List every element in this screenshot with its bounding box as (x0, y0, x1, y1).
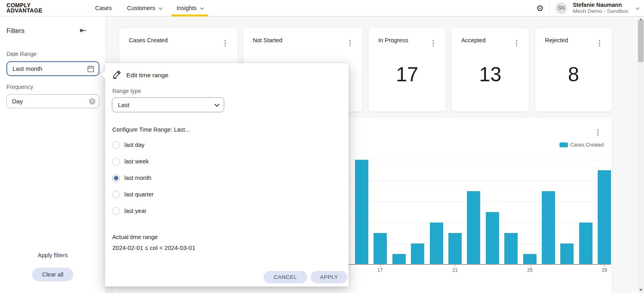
frequency-label: Frequency (6, 84, 33, 90)
cancel-button[interactable]: CANCEL (264, 271, 307, 283)
date-range-input[interactable] (7, 65, 87, 72)
kpi-kebab-menu-icon[interactable] (348, 39, 352, 47)
x-axis-tick (455, 265, 456, 267)
actual-time-range-label: Actual time range (112, 234, 158, 240)
kpi-card-rejected: Rejected8 (535, 28, 612, 111)
frequency-field[interactable]: ✕ (6, 94, 99, 108)
radio-button[interactable] (112, 158, 120, 165)
kpi-title: Cases Created (129, 37, 168, 43)
user-block[interactable]: Stefanie Naumann Mesh Demo - Sandbox (573, 2, 628, 14)
date-range-field[interactable] (6, 61, 99, 76)
chart-bar-day-29[interactable] (598, 170, 611, 264)
scrollbar-thumb[interactable] (638, 20, 644, 62)
clear-frequency-icon[interactable]: ✕ (89, 98, 95, 105)
chart-bar-day-28[interactable] (579, 223, 592, 264)
kpi-kebab-menu-icon[interactable] (223, 39, 227, 47)
chart-bar-day-19[interactable] (411, 243, 424, 264)
radio-label: last day (124, 142, 144, 148)
frequency-input[interactable] (7, 98, 89, 105)
calendar-icon[interactable] (87, 65, 95, 72)
kpi-kebab-menu-icon[interactable] (598, 39, 602, 47)
header-divider (549, 3, 550, 13)
time-range-option-last-quarter[interactable]: last quarter (112, 190, 154, 198)
legend-label: Cases Created (570, 142, 604, 148)
time-range-option-last-week[interactable]: last week (112, 157, 149, 165)
x-axis-tick-label: 17 (372, 267, 388, 273)
legend-swatch (559, 142, 568, 147)
chart-legend: Cases Created (559, 142, 604, 148)
popover-title: Edit time range (126, 72, 168, 79)
logo-line-2: ADVANTAGE (6, 8, 42, 13)
chevron-down-icon (158, 6, 162, 10)
chart-bar-day-20[interactable] (430, 223, 443, 264)
kpi-title: Accepted (461, 37, 485, 43)
popover-header: Edit time range (112, 70, 168, 80)
radio-label: last month (124, 175, 151, 181)
kpi-value: 13 (452, 63, 529, 86)
chart-bar-day-21[interactable] (448, 233, 462, 264)
radio-button[interactable] (112, 207, 120, 215)
radio-button[interactable] (112, 141, 120, 149)
nav-item-label: Customers (127, 5, 155, 11)
apply-button[interactable]: APPLY (311, 271, 347, 283)
range-type-label: Range type (112, 88, 141, 94)
filters-sidebar: Filters ⇤ Date Range Frequency ✕ Apply f… (0, 17, 106, 293)
range-type-select[interactable]: Last (112, 97, 224, 112)
kpi-value: 8 (535, 63, 612, 86)
user-name: Stefanie Naumann (573, 2, 628, 8)
main-nav: CasesCustomersInsights (87, 0, 210, 16)
nav-item-label: Insights (177, 5, 197, 11)
nav-item-customers[interactable]: Customers (119, 0, 169, 16)
chart-kebab-menu-icon[interactable] (596, 128, 600, 137)
chart-bar-day-26[interactable] (542, 191, 555, 264)
clear-all-button[interactable]: Clear all (32, 268, 73, 281)
x-axis-tick-label: 25 (522, 267, 538, 273)
x-axis-tick (605, 265, 605, 267)
kpi-value: 17 (369, 63, 446, 86)
kpi-kebab-menu-icon[interactable] (515, 39, 519, 47)
kpi-card-accepted: Accepted13 (452, 28, 529, 111)
chart-bar-day-22[interactable] (467, 191, 480, 264)
chevron-down-icon[interactable] (636, 6, 640, 10)
kpi-title: Not Started (253, 37, 282, 43)
chart-bar-day-24[interactable] (504, 233, 518, 264)
chart-bar-day-18[interactable] (392, 254, 406, 264)
chart-bar-day-16[interactable] (355, 160, 368, 264)
kpi-card-in-progress: In Progress17 (369, 28, 446, 111)
avatar[interactable]: SN (555, 2, 567, 14)
apply-filters-button[interactable]: Apply filters (0, 252, 105, 258)
date-range-label: Date Range (6, 51, 37, 57)
radio-label: last year (124, 208, 147, 214)
kpi-kebab-menu-icon[interactable] (431, 39, 436, 47)
top-bar: COMPLY ADVANTAGE CasesCustomersInsights … (0, 0, 644, 17)
chart-bar-day-23[interactable] (486, 212, 499, 264)
time-range-option-last-year[interactable]: last year (112, 207, 147, 215)
time-range-option-last-day[interactable]: last day (112, 141, 144, 149)
time-range-option-last-month[interactable]: last month (112, 174, 151, 182)
collapse-sidebar-icon[interactable]: ⇤ (80, 25, 87, 35)
gear-icon[interactable]: ⚙ (536, 4, 544, 12)
radio-button[interactable] (112, 191, 120, 198)
radio-label: last quarter (124, 191, 154, 198)
chart-bar-day-17[interactable] (374, 233, 387, 264)
x-axis-tick (530, 265, 530, 267)
nav-item-label: Cases (95, 5, 111, 11)
filters-title: Filters (6, 27, 25, 35)
radio-label: last week (124, 158, 149, 165)
x-axis-tick (380, 265, 381, 267)
x-axis-tick-label: 21 (447, 267, 463, 273)
comply-advantage-logo: COMPLY ADVANTAGE (6, 3, 42, 13)
header-right: ⚙ SN Stefanie Naumann Mesh Demo - Sandbo… (536, 0, 638, 16)
chart-bar-day-27[interactable] (560, 243, 574, 264)
radio-button[interactable] (112, 174, 120, 182)
nav-item-cases[interactable]: Cases (87, 0, 119, 16)
chart-bar-day-25[interactable] (523, 254, 537, 264)
vertical-scrollbar[interactable] (638, 17, 644, 293)
actual-time-range-value: 2024-02-01 ≤ col < 2024-03-01 (112, 244, 195, 251)
pencil-edit-icon (112, 70, 121, 80)
configure-time-range-label: Configure Time Range: Last... (112, 126, 190, 133)
nav-item-insights[interactable]: Insights (169, 0, 211, 16)
chevron-down-icon (215, 102, 220, 107)
scroll-down-arrow-icon[interactable] (639, 289, 642, 291)
kpi-title: In Progress (378, 37, 408, 43)
